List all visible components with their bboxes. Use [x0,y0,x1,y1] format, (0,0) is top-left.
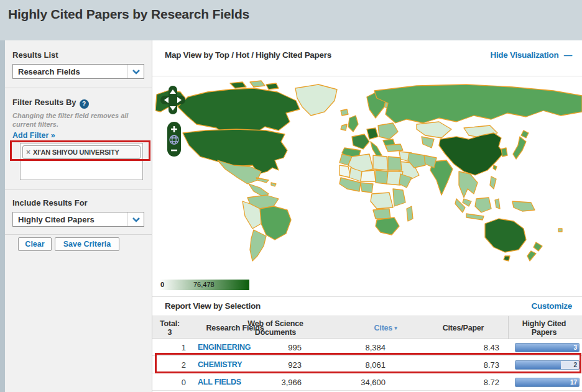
hide-visualization-text: Hide Visualization [490,50,558,60]
highly-cited-papers-bar: 2 [515,356,580,373]
include-results-label: Include Results For [12,198,88,207]
country-nigeria [361,183,373,193]
filter-results-label: Filter Results By? [12,98,89,109]
map-pan-control[interactable] [160,86,185,114]
country-germany [367,128,378,139]
map-view-title: Map View by Top / Hot / Highly Cited Pap… [165,50,331,60]
highly-cited-count: 17 [570,379,577,386]
map-zoom-control[interactable] [167,122,181,157]
section-divider [152,296,582,297]
cites-value: 34,600 [323,373,386,391]
highly-cited-count: 2 [573,362,577,368]
active-filters-box: × XI'AN SHIYOU UNIVERSITY [20,143,143,180]
country-turkey [386,144,403,152]
cites-per-paper-value: 8.73 [437,356,499,373]
filter-chip-label: XI'AN SHIYOU UNIVERSITY [33,148,119,156]
highly-cited-count: 3 [573,344,577,351]
filter-chip[interactable]: × XI'AN SHIYOU UNIVERSITY [22,145,141,159]
row-rank: 1 [152,339,188,356]
sidebar-divider [5,189,152,190]
highly-cited-papers-bar: 17 [515,373,580,391]
total-count: 3 [168,328,172,337]
hide-visualization-link[interactable]: Hide Visualization — [490,50,572,60]
country-uk [348,116,358,132]
report-table-header: Total: 3 Research Fields Web of Science … [152,316,582,339]
country-south-korea [501,148,507,157]
country-madagascar [407,206,413,221]
include-results-selected-value: Highly Cited Papers [13,215,127,224]
map-color-scale: 0 76,478 [159,280,249,290]
filter-note: Changing the filter field removes all cu… [12,111,140,129]
column-header-cites-sorted[interactable]: Cites ▾ [348,316,423,339]
row-rank: 2 [152,356,188,373]
cites-per-paper-value: 8.72 [437,373,499,391]
world-choropleth-map[interactable] [155,80,582,280]
country-france [352,134,369,149]
esi-highly-cited-page: Highly Cited Papers by Research Fields R… [0,0,582,392]
country-kazakhstan [417,122,451,138]
total-label: Total: [160,319,180,328]
sidebar-divider [5,234,152,235]
country-greenland [295,84,337,116]
column-header-highly-cited-papers[interactable]: Highly Cited Papers [508,316,580,339]
column-header-total: Total: 3 [152,316,187,339]
customize-link[interactable]: Customize [531,301,572,311]
table-row-engineering: 1 ENGINEERING 995 8,384 8.43 3 [152,339,582,356]
report-view-title: Report View by Selection [165,301,261,311]
column-header-wos-documents[interactable]: Web of Science Documents [237,316,314,339]
wos-documents-value: 3,966 [239,373,302,391]
country-indonesia [475,198,491,212]
filter-results-label-text: Filter Results By [12,98,76,107]
wos-documents-value: 995 [239,339,302,356]
table-row-chemistry: 2 CHEMISTRY 923 8,061 8.73 2 [152,356,582,373]
cites-value: 8,061 [323,356,386,373]
clear-button[interactable]: Clear [18,237,52,251]
save-criteria-button[interactable]: Save Criteria [55,237,119,251]
country-brazil [260,206,291,240]
filter-sidebar: Results List Research Fields Filter Resu… [5,40,152,392]
scale-max-label: 76,478 [193,281,215,288]
section-divider [152,76,582,76]
column-header-cites-per-paper[interactable]: Cites/Paper [420,316,507,339]
wos-documents-value: 923 [239,356,302,373]
country-canada [178,88,300,134]
page-header: Highly Cited Papers by Research Fields [0,0,582,40]
results-list-selected-value: Research Fields [13,67,127,76]
country-russia [374,84,582,123]
cites-value: 8,384 [323,339,386,356]
row-rank: 0 [152,373,188,391]
scale-min-label: 0 [160,281,164,288]
collapse-dash-icon: — [564,50,572,60]
remove-filter-icon[interactable]: × [26,148,30,157]
table-row-all-fields: 0 ALL FIELDS 3,966 34,600 8.72 17 [152,373,582,391]
help-icon[interactable]: ? [80,99,89,109]
chevron-down-icon [127,212,144,226]
page-title: Highly Cited Papers by Research Fields [8,7,249,22]
country-argentina [250,230,266,261]
results-list-label: Results List [12,50,58,60]
country-japan [513,137,526,159]
highly-cited-papers-bar: 3 [515,339,580,356]
sort-descending-icon: ▾ [394,324,397,332]
country-new-zealand [534,242,542,251]
chevron-down-icon [127,65,144,78]
main-panel: Map View by Top / Hot / Highly Cited Pap… [152,40,582,392]
results-list-select[interactable]: Research Fields [12,64,144,79]
sidebar-divider [5,88,152,88]
country-italy [371,142,382,157]
left-edge-strip [0,40,5,392]
country-australia [485,219,526,252]
country-egypt [388,157,402,170]
country-south-africa [376,217,399,235]
include-results-select[interactable]: Highly Cited Papers [12,212,144,227]
add-filter-link[interactable]: Add Filter » [12,131,55,140]
cites-per-paper-value: 8.43 [437,339,499,356]
